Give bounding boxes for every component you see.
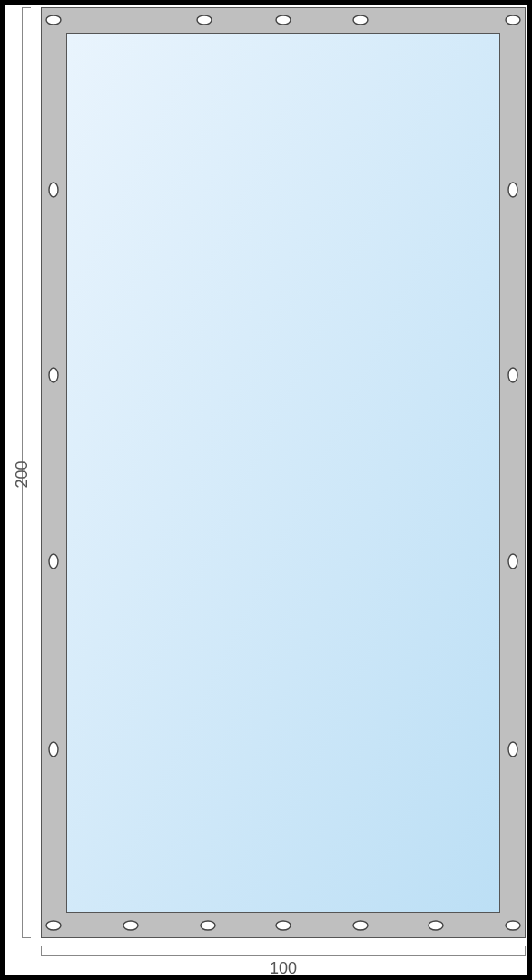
eyelet-icon — [46, 921, 61, 930]
eyelet-icon — [508, 742, 517, 757]
width-dim-tick-right — [525, 946, 526, 955]
eyelet-icon — [353, 15, 368, 25]
eyelet-icon — [49, 742, 58, 757]
eyelet-icon — [197, 15, 212, 25]
height-dim-label: 200 — [13, 448, 32, 502]
eyelet-icon — [49, 183, 58, 197]
eyelet-icon — [508, 183, 517, 197]
eyelet-icon — [49, 554, 58, 569]
eyelet-icon — [49, 368, 58, 382]
width-dim-label: 100 — [256, 959, 310, 978]
eyelet-icon — [508, 554, 517, 569]
diagram-canvas: 100 200 — [0, 0, 532, 980]
eyelet-icon — [429, 921, 443, 930]
eyelet-icon — [353, 921, 368, 930]
eyelet-icon — [46, 15, 61, 25]
eyelet-icon — [506, 15, 520, 25]
eyelet-icon — [276, 921, 291, 930]
width-dim-line — [41, 955, 526, 956]
height-dim-tick-bottom — [22, 937, 31, 938]
eyelet-icon — [508, 368, 517, 382]
eyelet-icon — [201, 921, 215, 930]
width-dim-tick-left — [41, 946, 42, 955]
eyelets-layer — [0, 0, 532, 980]
height-dim-tick-top — [22, 7, 31, 8]
eyelet-icon — [506, 921, 520, 930]
eyelet-icon — [123, 921, 138, 930]
eyelet-icon — [276, 15, 291, 25]
